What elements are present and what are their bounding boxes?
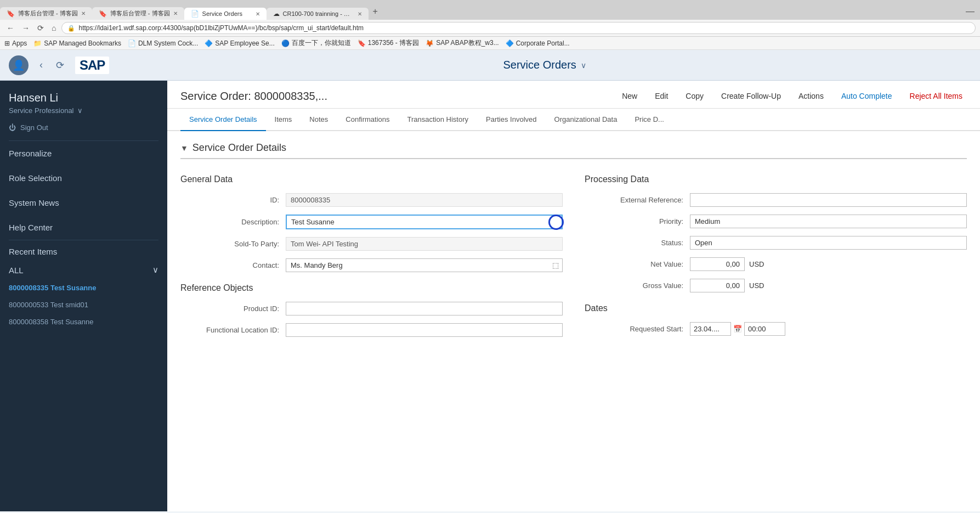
status-field-group: Status: (585, 236, 967, 250)
edit-button[interactable]: Edit (650, 89, 672, 103)
sidebar-item-role-selection[interactable]: Role Selection (0, 166, 167, 190)
sap-managed-icon: 📁 (33, 40, 42, 47)
tab4-close[interactable]: ✕ (358, 11, 362, 17)
sap-history-button[interactable]: ⟳ (54, 57, 66, 74)
sidebar-item-help-center[interactable]: Help Center (0, 215, 167, 240)
bookmark-baidu[interactable]: 🔵 百度一下，你就知道 (281, 38, 351, 48)
recent-item-2-label: 8000000533 Test smid01 (9, 301, 88, 309)
net-value-label: Net Value: (585, 260, 683, 268)
section-toggle-icon[interactable]: ▼ (180, 144, 188, 153)
home-button[interactable]: ⌂ (49, 22, 58, 33)
bookmark-sap-managed[interactable]: 📁 SAP Managed Bookmarks (33, 40, 121, 47)
tab-confirmations[interactable]: Confirmations (337, 109, 398, 131)
id-field-group: ID: (180, 193, 563, 207)
reject-all-items-button[interactable]: Reject All Items (905, 89, 967, 103)
id-input[interactable] (286, 193, 563, 207)
url-bar[interactable]: 🔒 https://ldai1er1.wdf.sap.corp:44300/sa… (61, 22, 976, 34)
gross-value-input[interactable] (690, 279, 745, 292)
page-title: Service Order: 8000008335,... (180, 90, 327, 103)
sold-to-party-input[interactable] (286, 237, 563, 251)
back-button[interactable]: ← (4, 22, 16, 33)
external-ref-input[interactable] (690, 193, 967, 207)
description-input-wrapper[interactable] (286, 215, 563, 229)
tab-items[interactable]: Items (266, 109, 301, 131)
create-follow-up-button[interactable]: Create Follow-Up (717, 89, 785, 103)
dates-title: Dates (585, 303, 967, 313)
sap-employee-icon: 🔷 (205, 40, 213, 47)
sidebar-recent-item-2[interactable]: 8000000533 Test smid01 (0, 296, 167, 313)
sign-out-button[interactable]: ⏻ Sign Out (0, 119, 167, 140)
gross-value-row: USD (690, 279, 764, 292)
page-header: Service Order: 8000008335,... New Edit C… (167, 81, 980, 109)
auto-complete-button[interactable]: Auto Complete (837, 89, 897, 103)
app-title-text: Service Orders (503, 59, 576, 71)
new-tab-button[interactable]: + (369, 4, 382, 19)
net-value-input[interactable] (690, 257, 745, 271)
description-input[interactable] (287, 216, 562, 228)
sidebar-recent-item-1[interactable]: 8000008335 Test Susanne (0, 279, 167, 296)
contact-input[interactable] (286, 259, 549, 272)
sidebar-recent-item-3[interactable]: 8000008358 Test Susanne (0, 313, 167, 330)
help-center-label: Help Center (9, 223, 53, 232)
tab-price-d[interactable]: Price D... (626, 109, 672, 131)
product-id-input[interactable] (286, 302, 563, 315)
browser-tab-2[interactable]: 🔖 博客后台管理 - 博客园 ✕ (92, 7, 184, 20)
tab-items-label: Items (275, 115, 292, 123)
tab-details-label: Service Order Details (189, 115, 257, 123)
browser-tab-1[interactable]: 🔖 博客后台管理 - 博客园 ✕ (0, 7, 92, 20)
app-title-chevron[interactable]: ∨ (581, 61, 586, 70)
tab-notes[interactable]: Notes (301, 109, 337, 131)
product-id-field-group: Product ID: (180, 302, 563, 315)
requested-start-time-input[interactable] (744, 322, 785, 336)
calendar-icon[interactable]: 📅 (733, 325, 742, 333)
recent-items-label: Recent Items (9, 247, 57, 256)
bookmark-corporate[interactable]: 🔷 Corporate Portal... (506, 40, 570, 47)
bookmark-abap[interactable]: 🦊 SAP ABAP教程_w3... (426, 38, 499, 48)
forward-button[interactable]: → (20, 22, 32, 33)
tab-organizational-data[interactable]: Organizational Data (546, 109, 626, 131)
priority-input[interactable] (690, 215, 967, 228)
role-chevron-icon[interactable]: ∨ (77, 106, 83, 115)
tab-parties-involved[interactable]: Parties Involved (477, 109, 546, 131)
sidebar-item-personalize[interactable]: Personalize (0, 141, 167, 166)
sidebar-recent-header: Recent Items (0, 240, 167, 261)
tab-service-order-details[interactable]: Service Order Details (180, 109, 266, 131)
bookmark-apps[interactable]: ⊞ Apps (4, 40, 27, 47)
baidu-label: 百度一下，你就知道 (292, 38, 351, 48)
sign-out-label: Sign Out (20, 123, 48, 132)
sap-back-button[interactable]: ‹ (37, 57, 45, 73)
copy-button[interactable]: Copy (681, 89, 708, 103)
contact-input-wrapper[interactable]: ⬚ (286, 258, 563, 272)
actions-button[interactable]: Actions (794, 89, 828, 103)
external-ref-label: External Reference: (585, 196, 683, 204)
requested-start-date-input[interactable] (690, 322, 731, 336)
contact-select-icon[interactable]: ⬚ (549, 259, 562, 272)
tab2-close[interactable]: ✕ (173, 10, 178, 16)
browser-tab-4[interactable]: ☁ CR100-700 trainning - OneDri... ✕ (267, 8, 369, 20)
processing-data-col: Processing Data External Reference: Prio… (585, 170, 967, 345)
status-input[interactable] (690, 236, 967, 250)
all-chevron-icon[interactable]: ∨ (152, 265, 158, 275)
page-actions: New Edit Copy Create Follow-Up Actions A… (618, 89, 967, 103)
tab4-icon: ☁ (273, 10, 280, 18)
sap-header: 👤 ‹ ⟳ SAP Service Orders ∨ (0, 50, 980, 81)
tab1-close[interactable]: ✕ (81, 10, 86, 16)
user-avatar[interactable]: 👤 (9, 55, 29, 75)
functional-location-input[interactable] (286, 323, 563, 337)
tab-transaction-history[interactable]: Transaction History (399, 109, 478, 131)
sidebar-all-row[interactable]: ALL ∨ (0, 261, 167, 279)
bookmark-cnblogs[interactable]: 🔖 1367356 - 博客园 (358, 38, 419, 48)
sidebar-item-system-news[interactable]: System News (0, 190, 167, 215)
bookmark-dlm[interactable]: 📄 DLM System Cock... (128, 40, 198, 47)
new-button[interactable]: New (618, 89, 642, 103)
service-order-details-section: ▼ Service Order Details General Data ID:… (167, 131, 980, 356)
priority-field-group: Priority: (585, 215, 967, 228)
tab-history-label: Transaction History (407, 115, 469, 123)
reload-button[interactable]: ⟳ (35, 22, 46, 33)
sidebar: Hansen Li Service Professional ∨ ⏻ Sign … (0, 81, 167, 511)
bookmark-sap-employee[interactable]: 🔷 SAP Employee Se... (205, 40, 275, 47)
browser-tab-3[interactable]: 📄 Service Orders ✕ (184, 8, 267, 20)
tab3-icon: 📄 (191, 10, 199, 18)
tab3-close[interactable]: ✕ (256, 11, 260, 17)
reference-objects-title: Reference Objects (180, 283, 563, 293)
